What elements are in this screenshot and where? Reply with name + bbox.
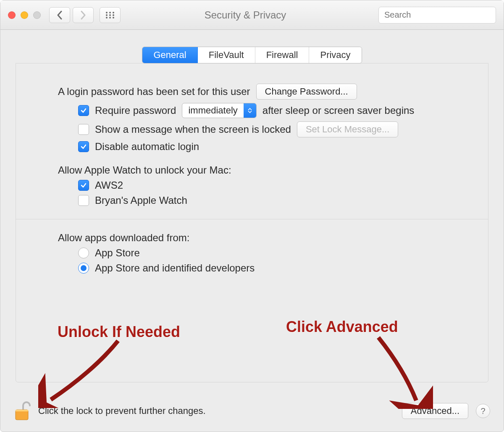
change-password-button[interactable]: Change Password... <box>256 84 357 100</box>
watch-aws2-checkbox[interactable] <box>78 180 89 191</box>
tab-privacy[interactable]: Privacy <box>309 47 361 63</box>
search-input[interactable] <box>384 10 491 20</box>
check-icon <box>80 143 87 150</box>
preferences-window: Security & Privacy General FileVault Fir… <box>0 0 504 432</box>
check-icon <box>80 107 87 114</box>
require-password-delay-select[interactable]: immediately <box>182 103 256 118</box>
show-lock-message-label: Show a message when the screen is locked <box>95 124 291 135</box>
nav-forward-button[interactable] <box>73 7 94 23</box>
window-title: Security & Privacy <box>121 9 370 21</box>
separator <box>16 219 488 219</box>
login-password-text: A login password has been set for this u… <box>58 86 250 97</box>
footer: Click the lock to prevent further change… <box>0 392 504 432</box>
tab-firewall[interactable]: Firewall <box>255 47 310 63</box>
require-password-checkbox[interactable] <box>78 105 89 116</box>
traffic-lights <box>8 11 41 19</box>
advanced-button[interactable]: Advanced... <box>402 403 468 419</box>
chevron-right-icon <box>80 11 87 20</box>
tab-bar: General FileVault Firewall Privacy <box>142 47 362 63</box>
svg-point-4 <box>109 14 111 16</box>
updown-icon <box>244 103 256 118</box>
svg-point-0 <box>106 12 108 13</box>
set-lock-message-button[interactable]: Set Lock Message... <box>297 121 398 137</box>
nav-back-button[interactable] <box>49 7 70 23</box>
annotation-unlock-text: Unlock If Needed <box>58 323 180 341</box>
watch-bryans-checkbox[interactable] <box>78 195 89 206</box>
allow-app-store-radio[interactable] <box>78 248 89 258</box>
require-password-label: Require password <box>95 105 176 116</box>
show-lock-message-checkbox[interactable] <box>78 124 89 135</box>
check-icon <box>80 182 87 189</box>
allow-app-store-label: App Store <box>95 247 140 259</box>
search-field[interactable] <box>378 7 496 24</box>
annotation-advanced-text: Click Advanced <box>286 318 398 336</box>
watch-bryans-label: Bryan's Apple Watch <box>95 195 187 206</box>
svg-point-5 <box>113 14 114 16</box>
apple-watch-heading: Allow Apple Watch to unlock your Mac: <box>58 164 231 176</box>
allow-apps-heading: Allow apps downloaded from: <box>58 232 190 244</box>
svg-rect-12 <box>16 410 28 411</box>
close-button[interactable] <box>8 11 16 19</box>
chevron-left-icon <box>56 11 63 20</box>
disable-auto-login-checkbox[interactable] <box>78 141 89 152</box>
minimize-button[interactable] <box>21 11 28 19</box>
require-password-delay-value: immediately <box>182 105 243 116</box>
allow-app-store-dev-radio[interactable] <box>78 263 89 274</box>
svg-point-3 <box>106 14 108 16</box>
show-all-button[interactable] <box>100 7 121 23</box>
lock-text: Click the lock to prevent further change… <box>38 406 206 416</box>
titlebar: Security & Privacy <box>0 0 504 30</box>
svg-point-1 <box>109 12 111 13</box>
svg-point-8 <box>113 17 114 18</box>
allow-app-store-dev-label: App Store and identified developers <box>95 262 255 274</box>
svg-point-7 <box>109 17 111 18</box>
svg-point-6 <box>106 17 108 18</box>
disable-auto-login-label: Disable automatic login <box>95 141 199 153</box>
svg-point-2 <box>113 12 114 13</box>
tab-general[interactable]: General <box>142 47 197 63</box>
zoom-button[interactable] <box>33 11 41 19</box>
after-sleep-text: after sleep or screen saver begins <box>262 105 415 116</box>
help-button[interactable]: ? <box>476 404 490 418</box>
watch-aws2-label: AWS2 <box>95 179 123 191</box>
lock-icon[interactable] <box>14 400 31 421</box>
tab-filevault[interactable]: FileVault <box>198 47 255 63</box>
grid-icon <box>105 11 115 19</box>
